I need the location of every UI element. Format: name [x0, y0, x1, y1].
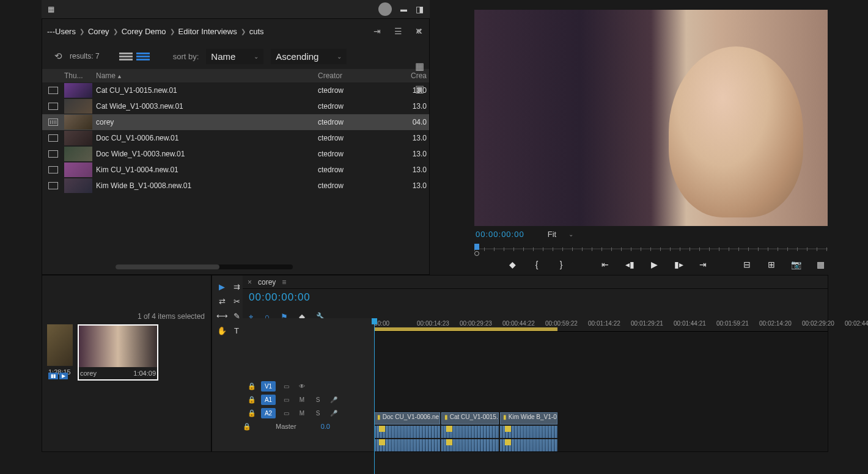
- bracket-out-icon[interactable]: }: [555, 258, 567, 271]
- collapse-icon[interactable]: «: [416, 24, 422, 37]
- audio-clip[interactable]: [374, 439, 440, 451]
- breadcrumb-item[interactable]: Corey Demo: [122, 27, 166, 36]
- audio-clip[interactable]: [441, 439, 499, 451]
- extract-icon[interactable]: ⊞: [765, 258, 778, 271]
- table-header: Thu... Name▲ Creator Crea: [42, 69, 429, 82]
- video-track-header[interactable]: 🔒 V1 ▭ 👁: [243, 379, 374, 393]
- hand-tool-icon[interactable]: ✋: [216, 324, 228, 337]
- audio-track-2[interactable]: [374, 439, 828, 451]
- mark-in-icon[interactable]: ◆: [506, 258, 518, 271]
- close-tab-icon[interactable]: ×: [248, 278, 252, 286]
- track-select-tool-icon[interactable]: ⇉: [230, 280, 243, 293]
- table-row[interactable]: Kim CU_V1-0004.new.01 ctedrow 13.0: [42, 162, 429, 178]
- column-name[interactable]: Name▲: [94, 71, 318, 80]
- view-detail-button[interactable]: [136, 51, 150, 62]
- pen-tool-icon[interactable]: ✎: [230, 310, 243, 322]
- lock-icon[interactable]: 🔒: [248, 382, 256, 390]
- audio-track-1[interactable]: [374, 426, 828, 438]
- table-row[interactable]: Doc Wide_V1-0003.new.01 ctedrow 13.0: [42, 146, 429, 162]
- mute-button[interactable]: M: [296, 395, 307, 404]
- tab-menu-icon[interactable]: ≡: [282, 278, 286, 286]
- timeline-timecode[interactable]: 00:00:00:00: [249, 291, 311, 304]
- video-clip[interactable]: ▮ Doc CU_V1-0006.ne: [374, 412, 440, 425]
- media-thumb-selected[interactable]: corey1:04:09: [78, 324, 158, 381]
- breadcrumb-item[interactable]: Corey: [88, 27, 109, 36]
- go-to-in-icon[interactable]: ⇤: [599, 258, 611, 271]
- solo-button[interactable]: S: [312, 409, 323, 417]
- go-to-out-icon[interactable]: ⇥: [697, 258, 709, 271]
- sync-lock-icon[interactable]: ▭: [281, 382, 292, 390]
- breadcrumb-item[interactable]: Editor Interviews: [178, 27, 237, 36]
- table-row[interactable]: Kim Wide B_V1-0008.new.01 ctedrow 13.0: [42, 178, 429, 194]
- table-row[interactable]: Cat CU_V1-0015.new.01 ctedrow 13.0: [42, 82, 429, 98]
- table-row[interactable]: Cat Wide_V1-0003.new.01 ctedrow 13.0: [42, 98, 429, 114]
- horizontal-scrollbar[interactable]: [116, 264, 293, 269]
- program-timecode[interactable]: 00:00:00:00: [476, 230, 524, 239]
- work-area-bar[interactable]: [374, 327, 557, 331]
- video-track[interactable]: ▮ Doc CU_V1-0006.ne▮ Cat CU_V1-0015.▮ Ki…: [374, 412, 828, 425]
- column-creator[interactable]: Creator: [318, 71, 403, 80]
- breadcrumb-item[interactable]: ---Users: [47, 27, 76, 36]
- step-forward-icon[interactable]: ▮▸: [672, 258, 685, 271]
- voice-over-icon[interactable]: 🎤: [328, 395, 339, 404]
- lock-icon[interactable]: 🔒: [243, 423, 251, 431]
- master-value[interactable]: 0.0: [321, 423, 330, 430]
- refresh-icon[interactable]: ⟲: [54, 51, 62, 62]
- toggle-output-icon[interactable]: 👁: [296, 382, 307, 390]
- voice-over-icon[interactable]: 🎤: [328, 409, 339, 417]
- view-list-button[interactable]: [119, 51, 133, 62]
- menu-icon[interactable]: ☰: [392, 26, 403, 37]
- media-thumb[interactable]: ▮▮▶ 1:28:15: [47, 324, 73, 381]
- import-icon[interactable]: ⇥: [372, 26, 383, 37]
- topbar-icon[interactable]: ▬: [400, 5, 407, 13]
- comparison-icon[interactable]: ▦: [814, 258, 826, 271]
- panel-icon[interactable]: ▦: [415, 60, 424, 72]
- video-clip[interactable]: ▮ Kim Wide B_V1-0: [500, 412, 557, 425]
- video-clip[interactable]: ▮ Cat CU_V1-0015.: [441, 412, 499, 425]
- sort-field-select[interactable]: Name⌄: [206, 49, 263, 64]
- step-back-icon[interactable]: ◂▮: [623, 258, 636, 271]
- table-row[interactable]: corey ctedrow 04.0: [42, 114, 429, 130]
- timeline-playhead[interactable]: [374, 318, 375, 474]
- master-track-header[interactable]: 🔒 Master 0.0: [243, 420, 374, 433]
- lock-icon[interactable]: 🔒: [248, 396, 256, 404]
- sort-direction-select[interactable]: Ascending⌄: [271, 49, 347, 64]
- type-tool-icon[interactable]: T: [230, 324, 243, 337]
- audio-clip[interactable]: [500, 426, 557, 438]
- export-frame-icon[interactable]: 📷: [790, 258, 802, 271]
- breadcrumb-item[interactable]: cuts: [249, 27, 264, 36]
- audio-clip[interactable]: [374, 426, 440, 438]
- audio-clip[interactable]: [500, 439, 557, 451]
- mute-button[interactable]: M: [296, 409, 307, 417]
- track-label-a2[interactable]: A2: [261, 408, 276, 418]
- timeline-ruler[interactable]: 00:0000:00:14:2300:00:29:2300:00:44:2200…: [374, 318, 828, 332]
- lift-icon[interactable]: ⊟: [741, 258, 753, 271]
- track-label-v1[interactable]: V1: [261, 381, 276, 392]
- playhead-handle[interactable]: [474, 244, 479, 250]
- sync-lock-icon[interactable]: ▭: [281, 395, 292, 404]
- user-avatar[interactable]: [378, 2, 392, 16]
- sync-lock-icon[interactable]: ▭: [281, 409, 292, 417]
- bracket-in-icon[interactable]: {: [531, 258, 543, 271]
- slip-tool-icon[interactable]: ⟷: [216, 310, 228, 322]
- audio-track-header[interactable]: 🔒 A1 ▭ M S 🎤: [243, 393, 374, 406]
- audio-clip[interactable]: [441, 426, 499, 438]
- panel-icon[interactable]: ▣: [415, 83, 424, 95]
- track-label-a1[interactable]: A1: [261, 395, 276, 405]
- razor-tool-icon[interactable]: ✂: [230, 295, 243, 307]
- selection-tool-icon[interactable]: ▶: [216, 280, 228, 293]
- lock-icon[interactable]: 🔒: [248, 409, 256, 417]
- timeline-tab[interactable]: corey: [258, 278, 276, 286]
- app-icon[interactable]: ▦: [48, 5, 54, 13]
- solo-button[interactable]: S: [312, 395, 323, 404]
- column-thumbnail[interactable]: Thu...: [62, 71, 94, 80]
- play-icon[interactable]: ▶: [648, 258, 660, 271]
- topbar-icon[interactable]: ◨: [416, 4, 424, 14]
- audio-track-header[interactable]: 🔒 A2 ▭ M S 🎤: [243, 406, 374, 420]
- program-viewport[interactable]: [474, 10, 828, 226]
- zoom-select[interactable]: Fit⌄: [548, 230, 573, 239]
- program-scrubber[interactable]: [474, 244, 828, 255]
- timeline-tracks[interactable]: 00:0000:00:14:2300:00:29:2300:00:44:2200…: [374, 318, 828, 451]
- table-row[interactable]: Doc CU_V1-0006.new.01 ctedrow 13.0: [42, 130, 429, 146]
- ripple-tool-icon[interactable]: ⇄: [216, 295, 228, 307]
